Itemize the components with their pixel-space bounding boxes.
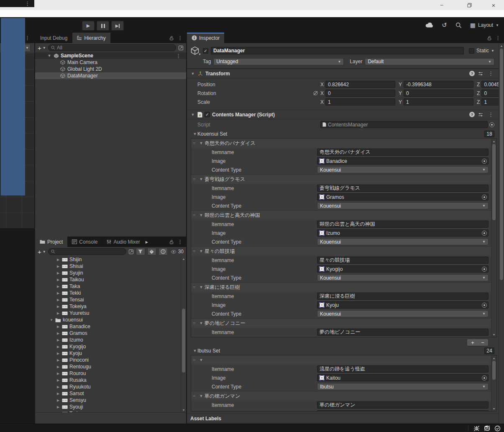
lock-icon[interactable]: [169, 36, 174, 41]
image-object-field[interactable]: Izumo: [317, 229, 489, 237]
content-type-dropdown[interactable]: Kouensui ▼: [317, 166, 489, 173]
itemname-field[interactable]: [317, 365, 489, 373]
project-tree-row[interactable]: ▶ ▼ Tekki: [35, 290, 186, 296]
add-element-button[interactable]: +: [468, 339, 477, 345]
step-button[interactable]: ▶: [111, 21, 124, 31]
itemname-field[interactable]: [317, 257, 489, 264]
foldout-collapsed-icon[interactable]: ▶: [56, 265, 60, 268]
foldout-collapsed-icon[interactable]: ▶: [56, 378, 60, 382]
list-element-header[interactable]: = ▼ 顕世の出雲と高天の神国: [191, 211, 496, 220]
scroll-down-icon[interactable]: ▼: [181, 407, 186, 412]
axis-y-field[interactable]: [404, 90, 473, 97]
scroll-down-icon[interactable]: ▼: [491, 332, 496, 337]
drag-handle-icon[interactable]: =: [193, 393, 198, 399]
transform-header[interactable]: ▼ Transform ? ⋮: [187, 69, 499, 78]
static-control[interactable]: Static ▼: [469, 48, 494, 54]
foldout-collapsed-icon[interactable]: ▶: [56, 338, 60, 342]
foldout-collapsed-icon[interactable]: ▶: [56, 285, 60, 288]
image-object-field[interactable]: Kyogijo: [317, 265, 489, 273]
image-object-field[interactable]: Banadice: [317, 157, 489, 165]
debugger-disabled-icon[interactable]: [473, 425, 480, 431]
project-tree-row[interactable]: ▶ ▼ kouensui: [35, 316, 186, 323]
scene-root-row[interactable]: ▼ SampleScene ⋮: [35, 52, 186, 59]
list-element-header[interactable]: = ▼ 深慮に浸る巨樹: [191, 283, 496, 292]
foldout-expanded-icon[interactable]: ▼: [199, 394, 204, 398]
game-viewport[interactable]: [1, 18, 25, 195]
tab-inspector[interactable]: Inspector: [187, 33, 224, 43]
layout-dropdown[interactable]: ▦ Layout ▼: [470, 22, 499, 28]
axis-x-field[interactable]: [325, 98, 395, 105]
scrollbar-thumb[interactable]: [492, 144, 496, 220]
foldout-expanded-icon[interactable]: ▼: [190, 113, 195, 117]
hierarchy-item-row[interactable]: DataManager: [35, 72, 186, 79]
scrollbar-thumb[interactable]: [182, 309, 185, 373]
pause-button[interactable]: [97, 21, 109, 31]
axis-z-field[interactable]: [481, 90, 499, 97]
foldout-collapsed-icon[interactable]: ▶: [56, 372, 60, 375]
itemname-field[interactable]: [317, 221, 489, 228]
scroll-up-icon[interactable]: ▲: [491, 139, 496, 144]
foldout-collapsed-icon[interactable]: ▶: [56, 305, 60, 309]
project-tree-row[interactable]: ▶ ▼ Taka: [35, 283, 186, 290]
project-tree-row[interactable]: ▶ ▼ Banadice: [35, 323, 186, 330]
presets-icon[interactable]: [478, 112, 483, 117]
object-picker-icon[interactable]: [482, 195, 487, 200]
content-type-dropdown[interactable]: Kouensui ▼: [317, 274, 489, 281]
help-icon[interactable]: ?: [469, 112, 475, 117]
picker-icon[interactable]: [178, 45, 184, 51]
itemname-field[interactable]: [317, 149, 489, 156]
axis-y-field[interactable]: [404, 81, 473, 88]
list-element-header[interactable]: = ▼ 蒼穹戦線グラモス: [191, 175, 496, 184]
foldout-collapsed-icon[interactable]: ▶: [56, 258, 60, 262]
project-tree-row[interactable]: ▶ ▼ Ryuukotu: [35, 383, 186, 390]
drag-handle-icon[interactable]: =: [193, 141, 198, 146]
itemname-field[interactable]: [317, 293, 489, 300]
tab-hierarchy[interactable]: Hierarchy: [72, 33, 110, 43]
hierarchy-search-field[interactable]: [48, 44, 176, 51]
foldout-expanded-icon[interactable]: ▼: [199, 285, 204, 289]
create-asset-dropdown[interactable]: +▼: [38, 249, 46, 255]
project-tree-row[interactable]: ▶ ▼ Kyoju: [35, 350, 186, 357]
project-tree-row[interactable]: ▶ ▼ Kyogijo: [35, 343, 186, 350]
pane-menu-icon[interactable]: ⋮: [176, 239, 184, 244]
component-menu-icon[interactable]: ⋮: [486, 112, 495, 117]
content-type-dropdown[interactable]: Kouensui ▼: [317, 202, 489, 209]
scene-menu-icon[interactable]: ⋮: [174, 53, 183, 59]
pane-menu-icon[interactable]: ⋮: [494, 35, 502, 41]
cache-server-disabled-icon[interactable]: [484, 425, 490, 431]
list-element-header[interactable]: = ▼ 奇想天外のバナダイス: [191, 139, 496, 148]
itemname-field[interactable]: [317, 329, 489, 336]
foldout-expanded-icon[interactable]: ▼: [199, 141, 204, 145]
foldout-collapsed-icon[interactable]: ▶: [56, 291, 60, 295]
hierarchy-search-input[interactable]: [57, 45, 173, 51]
asset-labels-header[interactable]: Asset Labels: [187, 414, 499, 423]
foldout-collapsed-icon[interactable]: ▶: [56, 392, 60, 396]
object-picker-icon[interactable]: [482, 375, 487, 381]
project-tree-row[interactable]: ▶ ▼ Yuuretsu: [35, 310, 186, 316]
axis-y-field[interactable]: [404, 98, 473, 105]
drag-handle-icon[interactable]: =: [193, 177, 198, 182]
foldout-collapsed-icon[interactable]: ▶: [56, 271, 60, 275]
foldout-collapsed-icon[interactable]: ▶: [56, 332, 60, 335]
gameobject-icon-dropdown[interactable]: ▼: [189, 46, 200, 56]
axis-z-field[interactable]: [481, 98, 499, 105]
ibutsu-set-foldout[interactable]: ▼ Ibutsu Set 24: [187, 347, 499, 355]
drag-handle-icon[interactable]: =: [193, 357, 198, 363]
kouensui-set-foldout[interactable]: ▼ Kouensui Set 18: [187, 130, 499, 138]
component-enabled-checkbox[interactable]: ✓: [205, 112, 210, 117]
foldout-expanded-icon[interactable]: ▼: [47, 54, 52, 58]
scroll-up-icon[interactable]: ▲: [181, 256, 186, 261]
foldout-expanded-icon[interactable]: ▼: [49, 318, 54, 322]
project-tree-row[interactable]: ▶ ▼ Syouji: [35, 404, 186, 410]
static-checkbox[interactable]: [469, 48, 474, 54]
foldout-collapsed-icon[interactable]: ▶: [56, 358, 60, 362]
tab-console[interactable]: Console: [67, 237, 102, 247]
tab-project[interactable]: Project: [35, 237, 67, 247]
foldout-expanded-icon[interactable]: ▼: [199, 213, 204, 217]
window-close-button[interactable]: ×: [486, 0, 501, 10]
drag-handle-icon[interactable]: =: [193, 285, 198, 290]
foldout-collapsed-icon[interactable]: ▶: [56, 278, 60, 282]
project-tree-row[interactable]: ▶ ▼ Izumo: [35, 337, 186, 343]
window-restore-button[interactable]: [462, 0, 476, 10]
project-tree-row[interactable]: ▶ ▼ Taria: [35, 410, 186, 412]
